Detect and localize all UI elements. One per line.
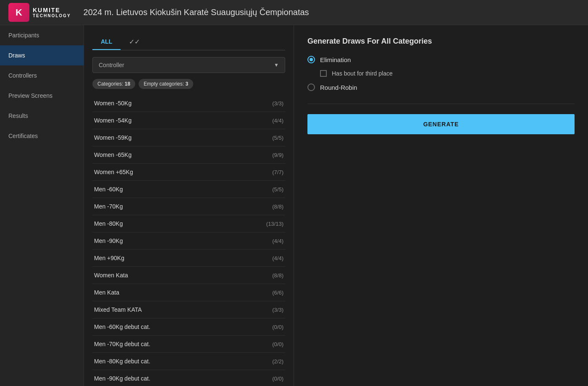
category-count: (3/3) bbox=[272, 307, 284, 313]
logo-area: K KUMITE TECHNOLOGY bbox=[8, 3, 71, 22]
category-name: Men -90Kg bbox=[94, 237, 123, 244]
elimination-radio[interactable] bbox=[307, 56, 315, 63]
main-layout: Participants Draws Controllers Preview S… bbox=[0, 25, 588, 386]
list-item[interactable]: Men +90Kg (4/4) bbox=[92, 250, 285, 267]
category-count: (0/0) bbox=[272, 376, 284, 382]
category-count: (7/7) bbox=[272, 169, 284, 175]
category-name: Mixed Team KATA bbox=[94, 306, 142, 313]
list-item[interactable]: Men -80Kg (13/13) bbox=[92, 215, 285, 232]
page-title: 2024 m. Lietuvos Kiokušin Karatė Suaugus… bbox=[84, 8, 309, 17]
round-robin-option[interactable]: Round-Robin bbox=[307, 83, 575, 91]
divider bbox=[307, 104, 575, 104]
category-count: (3/3) bbox=[272, 100, 284, 107]
category-count: (5/5) bbox=[272, 186, 284, 193]
category-name: Women -50Kg bbox=[94, 100, 131, 107]
category-count: (2/2) bbox=[272, 358, 284, 365]
content-area: ALL ✓✓ Controller ▼ Categories: 18 Empty… bbox=[84, 25, 588, 386]
has-bout-label: Has bout for third place bbox=[332, 70, 393, 77]
sidebar-item-participants[interactable]: Participants bbox=[0, 25, 84, 45]
sidebar-item-certificates[interactable]: Certificates bbox=[0, 126, 84, 146]
category-count: (4/4) bbox=[272, 117, 284, 124]
list-item[interactable]: Women -65Kg (9/9) bbox=[92, 146, 285, 164]
pill-categories-value: 18 bbox=[125, 81, 130, 87]
sidebar-item-draws[interactable]: Draws bbox=[0, 45, 84, 65]
category-name: Women -54Kg bbox=[94, 117, 131, 124]
category-name: Women -65Kg bbox=[94, 151, 131, 158]
pill-empty-value: 3 bbox=[185, 81, 188, 87]
category-count: (8/8) bbox=[272, 272, 284, 279]
category-name: Men -70Kg bbox=[94, 203, 123, 210]
filter-pills: Categories: 18 Empty categories: 3 bbox=[92, 79, 285, 89]
category-count: (8/8) bbox=[272, 203, 284, 210]
pill-categories-label: Categories: bbox=[97, 81, 123, 87]
list-item[interactable]: Men -60Kg debut cat. (0/0) bbox=[92, 318, 285, 336]
category-count: (13/13) bbox=[266, 221, 284, 227]
elimination-option[interactable]: Elimination bbox=[307, 56, 575, 63]
round-robin-label: Round-Robin bbox=[320, 84, 357, 91]
has-bout-checkbox[interactable] bbox=[320, 70, 327, 77]
has-bout-option[interactable]: Has bout for third place bbox=[320, 70, 575, 77]
category-name: Women -59Kg bbox=[94, 134, 131, 141]
category-name: Women Kata bbox=[94, 272, 128, 279]
round-robin-radio[interactable] bbox=[307, 83, 315, 91]
list-item[interactable]: Women +65Kg (7/7) bbox=[92, 164, 285, 181]
generate-button[interactable]: GENERATE bbox=[307, 114, 575, 134]
list-item[interactable]: Men -90Kg debut cat. (0/0) bbox=[92, 370, 285, 386]
right-panel: Generate Draws For All Categories Elimin… bbox=[294, 25, 588, 386]
tab-check[interactable]: ✓✓ bbox=[121, 34, 148, 50]
left-panel: ALL ✓✓ Controller ▼ Categories: 18 Empty… bbox=[84, 25, 294, 386]
list-item[interactable]: Men -90Kg (4/4) bbox=[92, 232, 285, 250]
category-name: Men -80Kg bbox=[94, 220, 123, 227]
top-header: K KUMITE TECHNOLOGY 2024 m. Lietuvos Kio… bbox=[0, 0, 588, 25]
logo-k-letter: K bbox=[16, 7, 22, 18]
list-item[interactable]: Men Kata (6/6) bbox=[92, 284, 285, 301]
category-name: Women +65Kg bbox=[94, 169, 133, 175]
generate-title: Generate Draws For All Categories bbox=[307, 37, 575, 46]
controller-dropdown[interactable]: Controller ▼ bbox=[92, 57, 285, 73]
list-item[interactable]: Men -70Kg debut cat. (0/0) bbox=[92, 336, 285, 353]
category-list: Women -50Kg (3/3) Women -54Kg (4/4) Wome… bbox=[92, 95, 285, 386]
pill-categories[interactable]: Categories: 18 bbox=[92, 79, 135, 89]
category-name: Men -80Kg debut cat. bbox=[94, 358, 150, 365]
category-count: (4/4) bbox=[272, 255, 284, 261]
list-item[interactable]: Women Kata (8/8) bbox=[92, 267, 285, 284]
list-item[interactable]: Mixed Team KATA (3/3) bbox=[92, 301, 285, 318]
category-name: Men +90Kg bbox=[94, 255, 124, 261]
sidebar: Participants Draws Controllers Preview S… bbox=[0, 25, 84, 386]
list-item[interactable]: Men -60Kg (5/5) bbox=[92, 181, 285, 198]
list-item[interactable]: Women -54Kg (4/4) bbox=[92, 112, 285, 129]
elimination-label: Elimination bbox=[320, 56, 351, 63]
chevron-down-icon: ▼ bbox=[274, 62, 279, 68]
category-name: Men -90Kg debut cat. bbox=[94, 375, 150, 382]
tabs-row: ALL ✓✓ bbox=[92, 34, 285, 50]
category-count: (9/9) bbox=[272, 152, 284, 158]
logo-box: K bbox=[8, 3, 29, 22]
list-item[interactable]: Men -70Kg (8/8) bbox=[92, 198, 285, 215]
tab-all[interactable]: ALL bbox=[92, 34, 121, 50]
draw-options: Elimination Has bout for third place Rou… bbox=[307, 56, 575, 91]
category-count: (4/4) bbox=[272, 238, 284, 244]
list-item[interactable]: Women -59Kg (5/5) bbox=[92, 129, 285, 146]
logo-text: KUMITE TECHNOLOGY bbox=[33, 7, 71, 18]
sidebar-item-controllers[interactable]: Controllers bbox=[0, 65, 84, 86]
pill-empty-categories[interactable]: Empty categories: 3 bbox=[139, 79, 193, 89]
category-name: Men -70Kg debut cat. bbox=[94, 341, 150, 347]
list-item[interactable]: Women -50Kg (3/3) bbox=[92, 95, 285, 112]
pill-empty-label: Empty categories: bbox=[144, 81, 184, 87]
controller-dropdown-label: Controller bbox=[99, 62, 124, 68]
category-name: Men -60Kg bbox=[94, 186, 123, 193]
list-item[interactable]: Men -80Kg debut cat. (2/2) bbox=[92, 353, 285, 370]
category-count: (6/6) bbox=[272, 290, 284, 296]
sidebar-item-results[interactable]: Results bbox=[0, 106, 84, 126]
category-count: (0/0) bbox=[272, 324, 284, 330]
sidebar-item-preview-screens[interactable]: Preview Screens bbox=[0, 86, 84, 106]
category-count: (5/5) bbox=[272, 135, 284, 141]
category-name: Men -60Kg debut cat. bbox=[94, 323, 150, 330]
category-name: Men Kata bbox=[94, 289, 119, 296]
category-count: (0/0) bbox=[272, 341, 284, 347]
